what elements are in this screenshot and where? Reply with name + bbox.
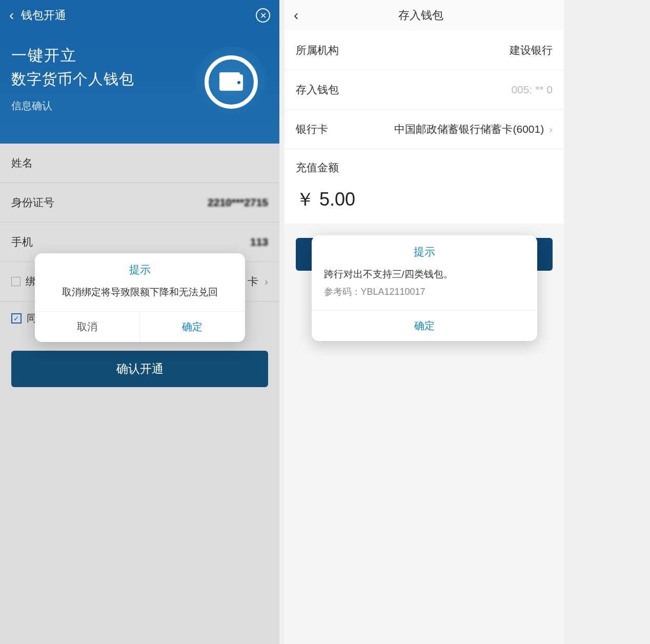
- chevron-right-icon: ›: [549, 123, 553, 135]
- checkbox-checked-icon[interactable]: ✓: [11, 313, 22, 324]
- dialog-title: 提示: [35, 253, 245, 282]
- header-title: 钱包开通: [21, 8, 256, 23]
- chevron-right-icon: ›: [265, 275, 268, 287]
- dialog-body: 跨行对出不支持三/四类钱包。 参考码：YBLA12110017: [312, 264, 537, 310]
- field-value: 113: [250, 236, 268, 248]
- row-label: 所属机构: [296, 43, 339, 57]
- screen-deposit: ‹ 存入钱包 所属机构 建设银行 存入钱包 005: ** 0 银行卡 中国邮政…: [285, 0, 564, 644]
- dialog-body: 取消绑定将导致限额下降和无法兑回: [35, 282, 245, 311]
- row-value: 中国邮政储蓄银行储蓄卡(6001): [394, 123, 544, 135]
- row-org: 所属机构 建设银行: [285, 31, 564, 70]
- dialog-refcode: 参考码：YBLA12110017: [324, 285, 525, 299]
- dialog-actions: 确定: [312, 310, 537, 341]
- field-label: 身份证号: [11, 195, 54, 210]
- field-name[interactable]: 姓名: [0, 144, 279, 183]
- field-label: 姓名: [11, 156, 33, 170]
- wallet-icon: [195, 46, 267, 118]
- field-id[interactable]: 身份证号 2210***2715: [0, 183, 279, 223]
- field-suffix: 卡: [248, 275, 258, 287]
- screen-wallet-open: ‹ 钱包开通 ✕ 一键开立 数字货币个人钱包 信息确认 姓名 身份证号 2210…: [0, 0, 279, 644]
- row-label: 存入钱包: [296, 83, 339, 97]
- amount-value[interactable]: ￥ 5.00: [296, 187, 553, 212]
- checkbox-icon[interactable]: [11, 277, 21, 286]
- row-value: 005: ** 0: [511, 84, 553, 96]
- dialog-confirm: 提示 取消绑定将导致限额下降和无法兑回 取消 确定: [35, 253, 245, 342]
- amount-section: 充值金额 ￥ 5.00: [285, 149, 564, 224]
- row-label: 银行卡: [296, 122, 328, 136]
- dialog-message: 跨行对出不支持三/四类钱包。: [324, 267, 525, 282]
- dialog-error: 提示 跨行对出不支持三/四类钱包。 参考码：YBLA12110017 确定: [312, 235, 537, 341]
- amount-label: 充值金额: [296, 160, 553, 175]
- header: ‹ 存入钱包: [285, 0, 564, 31]
- close-icon[interactable]: ✕: [256, 8, 270, 23]
- row-card[interactable]: 银行卡 中国邮政储蓄银行储蓄卡(6001) ›: [285, 110, 564, 149]
- svg-rect-1: [219, 72, 240, 77]
- field-value: 2210***2715: [208, 196, 268, 209]
- confirm-open-button[interactable]: 确认开通: [11, 351, 268, 387]
- dialog-title: 提示: [312, 235, 537, 264]
- row-wallet[interactable]: 存入钱包 005: ** 0: [285, 70, 564, 110]
- field-label: 手机: [11, 235, 33, 249]
- dialog-ok-button[interactable]: 确定: [312, 311, 537, 341]
- dialog-cancel-button[interactable]: 取消: [35, 312, 140, 342]
- dialog-ok-button[interactable]: 确定: [140, 312, 245, 342]
- svg-point-2: [237, 81, 240, 84]
- row-value: 建设银行: [510, 43, 553, 57]
- header: ‹ 钱包开通 ✕: [0, 0, 279, 31]
- back-icon[interactable]: ‹: [9, 7, 14, 24]
- back-icon[interactable]: ‹: [294, 7, 298, 24]
- dialog-actions: 取消 确定: [35, 311, 245, 342]
- hero: 一键开立 数字货币个人钱包 信息确认: [0, 31, 279, 144]
- header-title: 存入钱包: [306, 8, 536, 23]
